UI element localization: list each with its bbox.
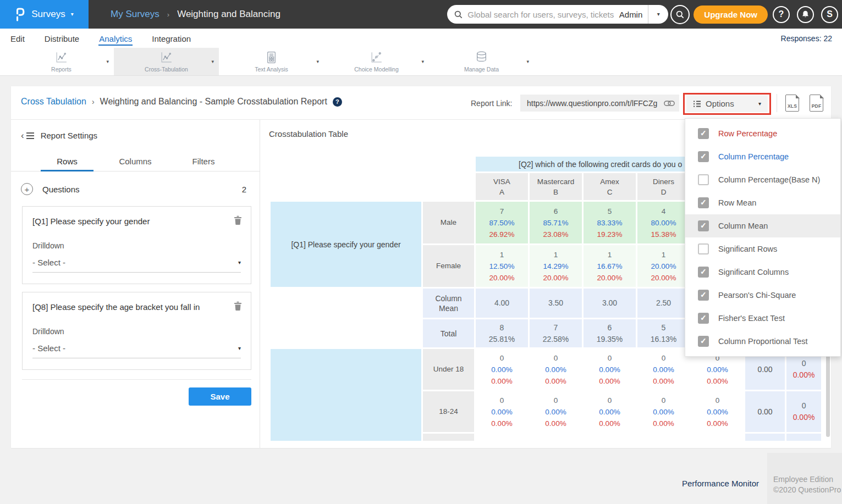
row-label-line: Column bbox=[423, 293, 474, 303]
checkbox-checked[interactable] bbox=[698, 313, 709, 324]
cell-value: 8 bbox=[476, 322, 528, 334]
options-dropdown-menu: Row PercentageColumn PercentageColumn Pe… bbox=[685, 118, 841, 357]
collapse-menu-icon[interactable]: ‹ bbox=[21, 131, 34, 140]
upgrade-now-button[interactable]: Upgrade Now bbox=[694, 5, 768, 24]
report-url[interactable]: https://www.questionpro.com/t/lFFCZg bbox=[527, 99, 659, 108]
row-label-line: Mean bbox=[423, 303, 474, 313]
checkbox-checked[interactable] bbox=[698, 267, 709, 278]
drilldown-select[interactable]: - Select - ▾ bbox=[32, 258, 241, 273]
export-xls-button[interactable]: XLS bbox=[785, 95, 799, 112]
checkbox-checked[interactable] bbox=[698, 336, 709, 347]
row-label: Total bbox=[423, 319, 474, 347]
menu-item-row-percentage[interactable]: Row Percentage bbox=[685, 122, 840, 145]
divider bbox=[777, 94, 777, 112]
bell-icon bbox=[801, 10, 810, 19]
menu-item-column-percentage-base-n[interactable]: Column Percentage(Base N) bbox=[685, 168, 840, 191]
checkbox-checked[interactable] bbox=[698, 151, 709, 162]
drilldown-select[interactable]: - Select - ▾ bbox=[32, 344, 241, 358]
tab-analytics[interactable]: Analytics bbox=[98, 31, 133, 46]
settings-tab-columns[interactable]: Columns bbox=[101, 151, 169, 171]
cell-value: 0 bbox=[786, 358, 821, 369]
checkbox-checked[interactable] bbox=[698, 197, 709, 208]
cell-value: 3.50 bbox=[530, 297, 582, 309]
report-title: Weighting and Balancing - Sample Crossta… bbox=[100, 97, 327, 107]
chevron-down-icon[interactable]: ▾ bbox=[526, 59, 529, 64]
tab-distribute[interactable]: Distribute bbox=[44, 31, 80, 46]
cell-value: 6 bbox=[584, 322, 636, 334]
toolbar-cross-tabulation[interactable]: Cross-Tabulation▾ bbox=[114, 48, 219, 75]
cell-value: 14.29% bbox=[530, 261, 582, 272]
spacer-cell bbox=[271, 289, 421, 318]
crosstab-table-title: Crosstabulation Table bbox=[269, 129, 348, 139]
column-name: Mastercard bbox=[530, 176, 582, 187]
value-cell: 00.00%0.00% bbox=[691, 391, 744, 432]
search-submit-button[interactable] bbox=[670, 5, 690, 24]
menu-item-row-mean[interactable]: Row Mean bbox=[685, 191, 840, 214]
cell-value: 6 bbox=[530, 206, 582, 217]
toolbar-label: Choice Modelling bbox=[354, 66, 399, 73]
trash-icon[interactable] bbox=[234, 301, 242, 311]
plus-circle-icon[interactable]: + bbox=[21, 183, 33, 195]
tab-edit[interactable]: Edit bbox=[10, 31, 25, 46]
settings-tab-filters[interactable]: Filters bbox=[169, 151, 238, 171]
cross-tabulation-link[interactable]: Cross Tabulation bbox=[21, 97, 86, 107]
menu-item-column-percentage[interactable]: Column Percentage bbox=[685, 145, 840, 168]
value-cell bbox=[691, 434, 744, 441]
value-cell bbox=[476, 434, 528, 441]
value-cell: 00.00%0.00% bbox=[476, 349, 528, 390]
toolbar-manage-data[interactable]: Manage Data▾ bbox=[429, 48, 534, 75]
search-scope-dropdown[interactable]: ▾ bbox=[648, 5, 668, 24]
chevron-down-icon[interactable]: ▾ bbox=[316, 59, 319, 64]
menu-item-column-mean[interactable]: Column Mean bbox=[685, 214, 840, 237]
product-switcher[interactable]: Surveys ▾ bbox=[0, 0, 89, 29]
help-icon[interactable]: ? bbox=[333, 97, 342, 107]
cell-value: 0.00% bbox=[637, 375, 690, 387]
save-button[interactable]: Save bbox=[189, 387, 251, 406]
menu-item-label: Significant Rows bbox=[718, 245, 777, 253]
avatar[interactable]: S bbox=[821, 6, 838, 23]
report-link-field[interactable]: https://www.questionpro.com/t/lFFCZg bbox=[520, 95, 679, 112]
cell-value: 0.00% bbox=[476, 364, 528, 375]
row-question-label: [Q1] Please specify your gender bbox=[271, 202, 421, 287]
chevron-down-icon[interactable]: ▾ bbox=[106, 59, 109, 64]
settings-tab-rows[interactable]: Rows bbox=[33, 151, 101, 171]
menu-item-column-proportional-test[interactable]: Column Proportional Test bbox=[685, 330, 840, 353]
checkbox-checked[interactable] bbox=[698, 220, 709, 231]
checkbox-unchecked[interactable] bbox=[698, 174, 709, 185]
questions-count: 2 bbox=[242, 185, 250, 194]
footer-edition-box: Employee Edition ©2020 QuestionPro bbox=[767, 453, 842, 504]
toolbar-choice-modelling[interactable]: Choice Modelling▾ bbox=[324, 48, 429, 75]
value-cell: 00.00%0.00% bbox=[584, 349, 636, 390]
cell-value: 0.00% bbox=[584, 364, 636, 375]
search-scope-value[interactable]: Admin bbox=[619, 10, 643, 19]
toolbar-reports[interactable]: Reports▾ bbox=[9, 48, 114, 75]
survey-nav-tabs: EditDistributeAnalyticsIntegration bbox=[10, 31, 210, 46]
menu-item-significant-columns[interactable]: Significant Columns bbox=[685, 261, 840, 284]
options-button[interactable]: Options ▾ bbox=[686, 95, 768, 112]
export-pdf-button[interactable]: PDF bbox=[810, 95, 823, 112]
help-icon: ? bbox=[779, 9, 784, 19]
menu-item-pearson-s-chi-square[interactable]: Pearson's Chi-Square bbox=[685, 284, 840, 307]
notifications-button[interactable] bbox=[797, 6, 814, 23]
breadcrumb-my-surveys[interactable]: My Surveys bbox=[111, 9, 159, 20]
menu-item-significant-rows[interactable]: Significant Rows bbox=[685, 237, 840, 261]
search-input[interactable]: Global search for users, surveys, ticket… bbox=[467, 10, 619, 19]
search-icon bbox=[454, 10, 463, 19]
trash-icon[interactable] bbox=[234, 215, 242, 225]
chain-link-icon[interactable] bbox=[664, 100, 675, 107]
global-search[interactable]: Global search for users, surveys, ticket… bbox=[447, 5, 668, 24]
checkbox-checked[interactable] bbox=[698, 290, 709, 301]
menu-item-fisher-s-exact-test[interactable]: Fisher's Exact Test bbox=[685, 307, 840, 330]
chevron-down-icon[interactable]: ▾ bbox=[421, 59, 424, 64]
performance-monitor-link[interactable]: Performance Monitor bbox=[682, 479, 759, 488]
column-code: D bbox=[637, 187, 690, 197]
checkbox-unchecked[interactable] bbox=[698, 243, 709, 254]
chevron-down-icon[interactable]: ▾ bbox=[211, 59, 214, 64]
toolbar-text-analysis[interactable]: Text Analysis▾ bbox=[219, 48, 324, 75]
spacer-cell bbox=[271, 173, 421, 200]
vertical-scrollbar[interactable] bbox=[826, 350, 830, 437]
checkbox-checked[interactable] bbox=[698, 128, 709, 139]
cell-value: 15.38% bbox=[637, 229, 690, 240]
help-button[interactable]: ? bbox=[773, 6, 790, 23]
tab-integration[interactable]: Integration bbox=[151, 31, 191, 46]
